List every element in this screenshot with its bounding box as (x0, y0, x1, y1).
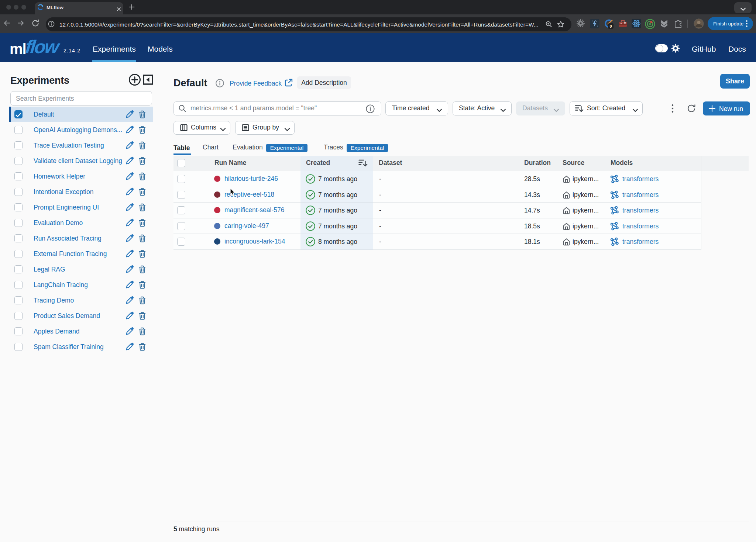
svg-text:0: 0 (609, 24, 612, 28)
